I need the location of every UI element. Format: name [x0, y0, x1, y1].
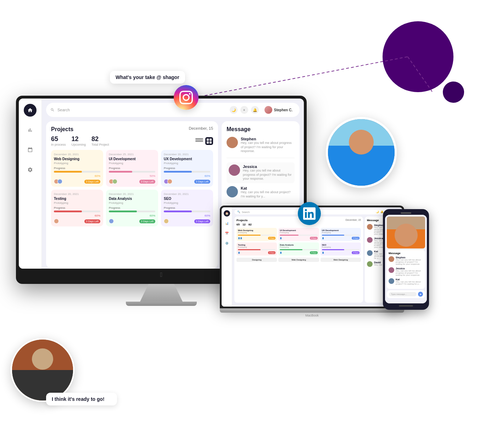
laptop-chart-icon[interactable]: 📊: [224, 220, 230, 226]
laptop-msg-avatar-jessica: [367, 237, 373, 243]
card-title: Web Designing: [54, 157, 100, 161]
project-card-ux-development[interactable]: December 20, 2021 UX Development Prototy…: [161, 150, 213, 187]
laptop-card-footer-2: 👤 3 Days: [280, 237, 317, 240]
phone-msg-kat[interactable]: Kat Hey, can you tell me about project? …: [389, 278, 423, 285]
avatar-1: [109, 219, 114, 224]
search-box[interactable]: Search: [50, 108, 230, 112]
laptop-progress-bg-5: [280, 249, 317, 250]
laptop-card-footer-4: 👤 3 Days: [238, 251, 275, 254]
sidebar-settings-icon[interactable]: [24, 163, 37, 176]
moon-icon[interactable]: 🌙: [230, 106, 238, 114]
msg-text: Hey, can you tell me about project? I'm …: [241, 190, 295, 198]
msg-name: Jessica: [243, 164, 292, 169]
phone-msg-name-stephen: Stephen: [396, 256, 423, 259]
card-date: December 20, 2021: [54, 192, 100, 196]
progress-pct: 60%: [54, 214, 100, 217]
laptop-card-4[interactable]: Testing Prototyping 👤 3 Days: [236, 242, 277, 256]
progress-pct: 60%: [164, 174, 210, 178]
progress-fill: [164, 171, 192, 173]
projects-stats: 65 In process 12 Upcoming 82 Total Proje…: [51, 135, 213, 146]
laptop-badge-5: 3 Days: [310, 251, 318, 254]
days-badge: 3 Days Left: [194, 180, 210, 184]
sidebar-home-icon[interactable]: [24, 104, 37, 117]
instagram-icon[interactable]: [174, 85, 199, 110]
msg-content-jessica: Jessica Hey, can you tell me about progr…: [243, 164, 292, 181]
project-card-testing[interactable]: December 20, 2021 Testing Prototyping Pr…: [51, 190, 103, 226]
phone-msg-name-kat: Kat: [396, 278, 423, 281]
message-item-jessica[interactable]: Jessica Hey, can you tell me about progr…: [227, 162, 295, 183]
popup-text: What's your take @ shagor: [116, 74, 179, 80]
laptop-avatars-3: 👤: [322, 237, 324, 239]
popup-bubble: What's your take @ shagor: [110, 71, 185, 84]
list-view-icon[interactable]: [195, 138, 203, 144]
linkedin-icon[interactable]: [298, 202, 321, 225]
phone-input-placeholder: Type message...: [389, 292, 417, 296]
progress-pct: 60%: [109, 214, 155, 217]
laptop-progress-bg-4: [238, 249, 275, 250]
laptop-progress-bg-6: [322, 249, 360, 250]
card-subtitle: Prototyping: [54, 162, 100, 165]
phone-send-icon[interactable]: ➤: [418, 292, 423, 297]
laptop-progress-1: [238, 235, 261, 236]
laptop-card-footer-5: 👤 3 Days: [280, 251, 317, 254]
laptop-search-icon: 🔍: [237, 211, 240, 213]
laptop-stat-3: 82: [249, 223, 252, 226]
phone-msg-name-jessica: Jessica: [396, 267, 423, 270]
bell-icon[interactable]: 🔔: [251, 106, 259, 114]
project-card-web-designing[interactable]: December 20, 2021 Web Designing Prototyp…: [51, 150, 103, 187]
card-date: December 20, 2021: [109, 192, 155, 196]
laptop-moon-icon: 🌙: [376, 211, 379, 213]
progress-label: Progress: [54, 167, 100, 170]
laptop-card-6[interactable]: SEO Prototyping 👤 3 Days: [321, 242, 361, 256]
laptop-stat-2: 12: [243, 223, 246, 226]
laptop-bottom-label-3: Web Designing: [321, 258, 361, 262]
msg-avatar-stephen: [227, 137, 238, 148]
card-footer: 3 Days Left: [109, 219, 155, 224]
phone-msg-avatar-jessica: [389, 267, 394, 273]
user-name: Stephen C.: [274, 108, 292, 112]
progress-bar-bg: [164, 171, 210, 173]
user-badge[interactable]: Stephen C.: [262, 105, 295, 115]
project-card-seo[interactable]: December 20, 2021 SEO Prototyping Progre…: [161, 190, 213, 226]
laptop-card-2[interactable]: UI Development Prototyping 👤 3 Days: [278, 228, 319, 241]
search-icon: [50, 108, 55, 112]
phone-app-content: Message Stephen Hey, can you tell me abo…: [385, 215, 427, 300]
project-card-ui-development[interactable]: December 25, 2021 UI Development Prototy…: [106, 150, 158, 187]
phone-chat-input[interactable]: Type message... ➤: [387, 290, 425, 298]
card-title: UI Development: [109, 157, 155, 161]
laptop-search[interactable]: 🔍 Search: [237, 211, 250, 213]
grid-view-icon[interactable]: [205, 137, 213, 145]
laptop-badge-2: 3 Days: [310, 237, 318, 240]
laptop-avatars-4: 👤: [238, 252, 240, 254]
laptop-card-1[interactable]: Web Designing Prototyping 👤👤 3 Days: [236, 228, 277, 241]
purple-blob-decoration: [443, 82, 464, 103]
laptop-progress-6: [322, 249, 345, 250]
laptop-card-5[interactable]: Data Analysis Prototyping 👤 3 Days: [278, 242, 319, 256]
phone-msg-text-kat: Hey, can you tell me about project? I'm …: [396, 281, 423, 285]
laptop-settings-icon[interactable]: ⚙️: [224, 240, 230, 246]
card-avatars: [54, 179, 61, 184]
laptop-calendar-icon[interactable]: 📅: [224, 230, 230, 236]
laptop-card-sub-6: Prototyping: [322, 246, 360, 248]
phone-msg-content-stephen: Stephen Hey, can you tell me about progr…: [396, 256, 423, 265]
laptop-card-footer-1: 👤👤 3 Days: [238, 237, 275, 240]
project-card-data-analysis[interactable]: December 20, 2021 Data Analysis Prototyp…: [106, 190, 158, 226]
phone-msg-jessica[interactable]: Jessica Hey, can you tell me about progr…: [389, 267, 423, 276]
phone-msg-stephen[interactable]: Stephen Hey, can you tell me about progr…: [389, 256, 423, 265]
card-footer: 3 Days Left: [109, 179, 155, 184]
msg-text: Hey, can you tell me about progress of p…: [241, 141, 295, 153]
msg-avatar-jessica: [229, 164, 240, 176]
face-decoration: [349, 130, 374, 155]
imac-stand: [140, 284, 183, 302]
card-avatars: [164, 179, 171, 184]
sidebar-chart-icon[interactable]: [24, 124, 37, 136]
laptop-card-3[interactable]: UX Development Prototyping 👤 3 Days: [321, 228, 361, 241]
stephen-profile-photo: [326, 117, 397, 188]
sidebar-calendar-icon[interactable]: [24, 144, 37, 156]
message-item-stephen[interactable]: Stephen Hey, can you tell me about progr…: [227, 137, 295, 158]
laptop-home-icon[interactable]: 🏠: [224, 210, 230, 217]
msg-content-stephen: Stephen Hey, can you tell me about progr…: [241, 137, 295, 153]
laptop-card-footer-6: 👤 3 Days: [322, 251, 360, 254]
message-item-kat[interactable]: Kat Hey, can you tell me about project? …: [227, 186, 295, 203]
add-icon[interactable]: +: [240, 106, 248, 114]
